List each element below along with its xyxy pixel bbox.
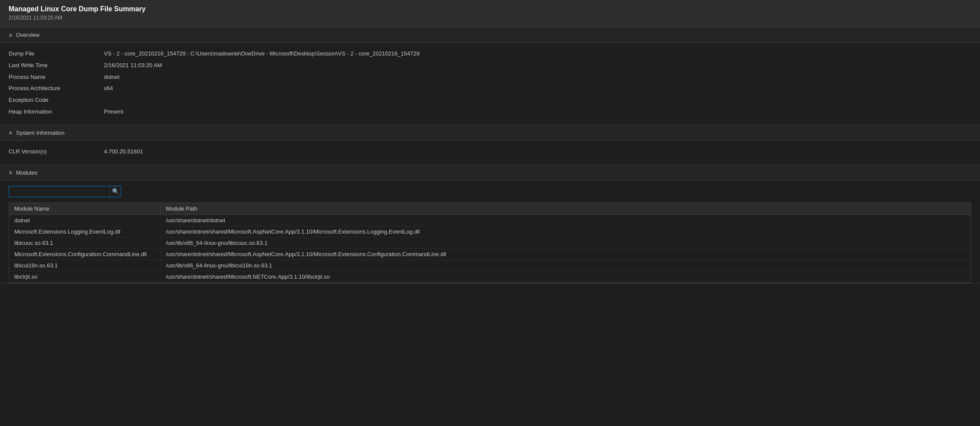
info-value: VS - 2 - core_20210216_154729 : C:\Users… [104, 49, 419, 59]
module-name-cell: libicuuc.so.63.1 [9, 237, 161, 248]
info-row: Process Name dotnet [9, 72, 971, 83]
page-title: Managed Linux Core Dump File Summary [9, 5, 971, 13]
info-label: CLR Version(s) [9, 147, 104, 156]
column-header-module-path: Module Path [161, 203, 971, 215]
search-icon: 🔍 [112, 188, 119, 195]
module-name-cell: libicui18n.so.63.1 [9, 260, 161, 271]
info-label: Heap Information [9, 107, 104, 117]
info-row: Heap Information Present [9, 106, 971, 118]
info-value: x64 [104, 84, 113, 93]
info-value: 4.700.20.51601 [104, 147, 143, 156]
overview-toggle-icon: ∧ [9, 32, 13, 38]
info-value: 2/16/2021 11:03:20 AM [104, 61, 162, 70]
modules-table: Module Name Module Path dotnet /usr/shar… [9, 202, 971, 283]
info-row: Last Write Time 2/16/2021 11:03:20 AM [9, 60, 971, 72]
module-path-cell: /usr/share/dotnet/dotnet [161, 215, 971, 226]
info-label: Last Write Time [9, 61, 104, 70]
system-information-section-title: System Information [16, 130, 64, 136]
system-information-section-body: CLR Version(s) 4.700.20.51601 [0, 141, 980, 165]
modules-section-header[interactable]: ∧ Modules [0, 165, 980, 181]
info-row: Exception Code [9, 94, 971, 106]
overview-section-title: Overview [16, 32, 39, 38]
table-row[interactable]: Microsoft.Extensions.Logging.EventLog.dl… [9, 226, 971, 237]
search-container: 🔍 [0, 181, 980, 202]
table-row[interactable]: libicui18n.so.63.1 /usr/lib/x86_64-linux… [9, 260, 971, 271]
search-box: 🔍 [9, 186, 121, 197]
system-information-toggle-icon: ∧ [9, 130, 13, 136]
table-row[interactable]: dotnet /usr/share/dotnet/dotnet [9, 215, 971, 226]
modules-toggle-icon: ∧ [9, 169, 13, 176]
column-header-module-name: Module Name [9, 203, 161, 215]
module-name-cell: Microsoft.Extensions.Configuration.Comma… [9, 249, 161, 260]
module-path-cell: /usr/share/dotnet/shared/Microsoft.AspNe… [161, 249, 971, 260]
info-label: Dump File [9, 49, 104, 59]
table-body: dotnet /usr/share/dotnet/dotnet Microsof… [9, 215, 971, 283]
system-information-section-header[interactable]: ∧ System Information [0, 125, 980, 141]
module-name-cell: libclrjit.so [9, 271, 161, 282]
overview-section-header[interactable]: ∧ Overview [0, 27, 980, 43]
module-path-cell: /usr/lib/x86_64-linux-gnu/libicuuc.so.63… [161, 237, 971, 248]
info-row: Dump File VS - 2 - core_20210216_154729 … [9, 48, 971, 60]
info-value: Present [104, 107, 123, 117]
module-name-cell: Microsoft.Extensions.Logging.EventLog.dl… [9, 226, 161, 237]
info-row: CLR Version(s) 4.700.20.51601 [9, 146, 971, 158]
modules-section: ∧ Modules 🔍 Module Name Module Path [0, 165, 980, 283]
modules-section-title: Modules [16, 169, 37, 176]
module-path-cell: /usr/share/dotnet/shared/Microsoft.AspNe… [161, 226, 971, 237]
table-row[interactable]: libicuuc.so.63.1 /usr/lib/x86_64-linux-g… [9, 237, 971, 249]
info-value: dotnet [104, 73, 119, 82]
search-input[interactable] [9, 186, 110, 197]
system-information-section: ∧ System Information CLR Version(s) 4.70… [0, 125, 980, 165]
info-label: Exception Code [9, 96, 104, 105]
search-button[interactable]: 🔍 [110, 186, 121, 197]
table-header-row: Module Name Module Path [9, 203, 971, 215]
module-path-cell: /usr/lib/x86_64-linux-gnu/libicui18n.so.… [161, 260, 971, 271]
page-header: Managed Linux Core Dump File Summary 2/1… [0, 0, 980, 27]
page-subtitle: 2/16/2021 11:03:20 AM [9, 15, 971, 21]
table-row[interactable]: libclrjit.so /usr/share/dotnet/shared/Mi… [9, 271, 971, 283]
module-name-cell: dotnet [9, 215, 161, 226]
table-row[interactable]: Microsoft.Extensions.Configuration.Comma… [9, 249, 971, 260]
overview-section: ∧ Overview Dump File VS - 2 - core_20210… [0, 27, 980, 125]
overview-section-body: Dump File VS - 2 - core_20210216_154729 … [0, 43, 980, 125]
info-label: Process Name [9, 73, 104, 82]
modules-section-body: 🔍 Module Name Module Path dotnet /usr/sh… [0, 181, 980, 283]
info-row: Process Architecture x64 [9, 83, 971, 94]
module-path-cell: /usr/share/dotnet/shared/Microsoft.NETCo… [161, 271, 971, 282]
main-content: ∧ Overview Dump File VS - 2 - core_20210… [0, 27, 980, 283]
info-label: Process Architecture [9, 84, 104, 93]
